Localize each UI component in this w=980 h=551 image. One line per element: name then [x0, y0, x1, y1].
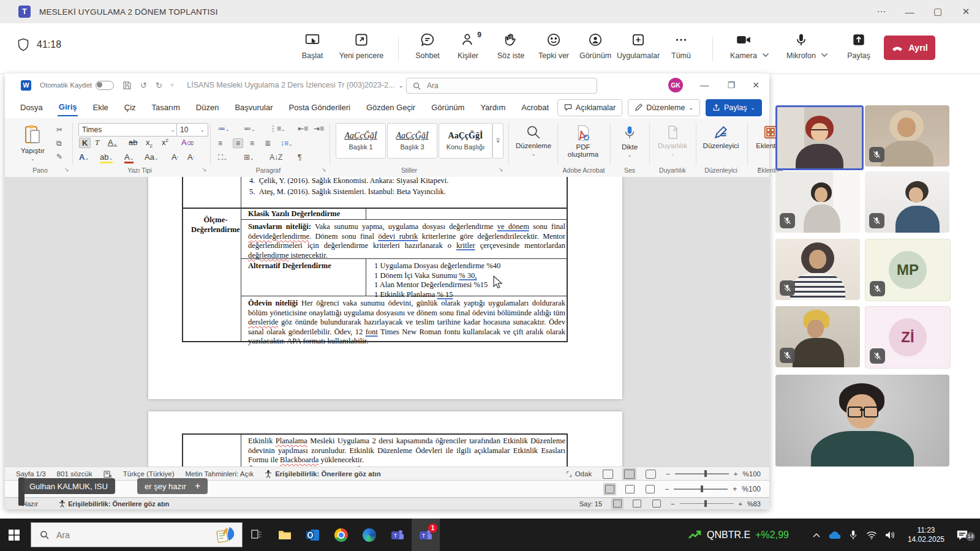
- superscript-button[interactable]: x2: [162, 138, 168, 147]
- numbered-list-button[interactable]: ≕⌄: [244, 124, 255, 133]
- mic-chevron-icon[interactable]: [821, 53, 828, 58]
- comments-button[interactable]: Açıklamalar: [557, 99, 622, 116]
- participant-avatar-zi[interactable]: Zİ: [865, 306, 951, 369]
- local-doc-view-icon[interactable]: [633, 500, 641, 508]
- line-spacing-button[interactable]: ↕≡⌄: [281, 139, 293, 148]
- read-mode-icon[interactable]: [603, 470, 613, 479]
- tab-dosya[interactable]: Dosya: [19, 99, 44, 116]
- paragraph-dialog-launcher[interactable]: ↘: [322, 167, 326, 173]
- proofing-icon[interactable]: [104, 470, 112, 478]
- strikethrough-button[interactable]: ab: [129, 138, 137, 147]
- justify-button[interactable]: ≣: [265, 139, 271, 148]
- accessibility-status[interactable]: Erişilebilirlik: Önerilere göz atın: [275, 470, 381, 478]
- align-right-button[interactable]: ≡: [250, 139, 254, 148]
- editor-button[interactable]: Düzenleyici: [699, 124, 742, 149]
- tab-tasarim[interactable]: Tasarım: [151, 99, 181, 116]
- styles-dialog-launcher[interactable]: ↘: [499, 167, 503, 173]
- local-zoom-in[interactable]: +: [739, 500, 742, 508]
- leave-button[interactable]: Ayrıl: [884, 36, 935, 60]
- page-indicator[interactable]: Sayfa 1/3: [16, 470, 46, 478]
- tab-ekle[interactable]: Ekle: [91, 99, 109, 116]
- editing-mode-button[interactable]: Düzenleme ⌄: [628, 99, 700, 116]
- font-name-select[interactable]: Times⌄: [78, 123, 179, 137]
- taskbar-search[interactable]: [31, 522, 243, 547]
- word-share-button[interactable]: Paylaş ⌄: [706, 99, 762, 116]
- tab-acrobat[interactable]: Acrobat: [520, 99, 550, 116]
- autosave-toggle[interactable]: [96, 81, 114, 90]
- decrease-indent-button[interactable]: ⇤≡: [298, 124, 308, 133]
- tab-posta[interactable]: Posta Gönderileri: [288, 99, 352, 116]
- align-left-button[interactable]: ≡: [218, 139, 222, 148]
- start-button[interactable]: [0, 519, 28, 551]
- participant-video-6[interactable]: [775, 306, 860, 367]
- taskbar-clock[interactable]: 11:23 14.02.2025: [908, 526, 944, 544]
- cut-icon[interactable]: ✂: [56, 126, 62, 134]
- clear-formatting-button[interactable]: A⌫: [181, 138, 194, 147]
- word-close-button[interactable]: ✕: [742, 73, 769, 97]
- save-icon[interactable]: [123, 81, 132, 90]
- web-layout-icon[interactable]: [646, 470, 656, 479]
- tab-basvurular[interactable]: Başvurular: [233, 99, 274, 116]
- maximize-button[interactable]: ▢: [924, 0, 952, 23]
- pdf-create-button[interactable]: PDF oluşturma: [561, 124, 605, 158]
- chrome-icon[interactable]: [327, 519, 355, 551]
- mid-grid-view-icon[interactable]: [605, 485, 614, 493]
- title-chevron-icon[interactable]: ⌄: [398, 82, 403, 89]
- mid-zoom-thumb[interactable]: [701, 485, 703, 492]
- text-predictions[interactable]: Metin Tahminleri: Açık: [185, 470, 254, 478]
- language-indicator[interactable]: Türkçe (Türkiye): [123, 470, 175, 478]
- redo-icon[interactable]: ↻: [156, 81, 162, 90]
- bold-button[interactable]: K: [79, 138, 91, 148]
- local-zoom-slider[interactable]: [680, 503, 734, 504]
- titlebar-more-button[interactable]: ⋯: [867, 0, 895, 23]
- copy-icon[interactable]: ⧉: [56, 139, 62, 148]
- account-avatar[interactable]: GK: [668, 78, 683, 92]
- notification-center-icon[interactable]: 14: [953, 530, 971, 540]
- zoom-level[interactable]: %100: [743, 470, 761, 478]
- taskbar-search-input[interactable]: [55, 530, 180, 541]
- undo-icon[interactable]: ↺: [140, 81, 147, 90]
- network-icon[interactable]: [862, 531, 881, 539]
- bullet-list-button[interactable]: ≔⌄: [218, 124, 230, 133]
- style-heading1[interactable]: AaÇçĞğİ Başlık 1: [336, 123, 386, 159]
- underline-button[interactable]: A⌄: [108, 138, 117, 147]
- shrink-font-button[interactable]: Aˇ: [187, 152, 194, 162]
- increase-indent-button[interactable]: ⇥≡: [314, 124, 324, 133]
- teams-meeting-icon[interactable]: T 1: [412, 519, 440, 551]
- font-color-button[interactable]: A⌄: [124, 152, 134, 162]
- onedrive-icon[interactable]: [826, 531, 844, 539]
- zoom-slider[interactable]: [675, 473, 729, 474]
- search-input[interactable]: [426, 81, 563, 91]
- styles-more-button[interactable]: ⊽: [492, 123, 503, 159]
- style-konu-basligi[interactable]: AaÇçĞğİ Konu Başlığı: [439, 123, 492, 159]
- tray-mic-icon[interactable]: [844, 530, 862, 540]
- file-explorer-icon[interactable]: [271, 519, 299, 551]
- mid-doc-view-icon[interactable]: [625, 485, 635, 493]
- sort-button[interactable]: A↓Z: [270, 153, 282, 162]
- minimize-button[interactable]: —: [895, 0, 924, 23]
- shading-button[interactable]: ⛶⌄: [218, 153, 227, 162]
- format-painter-icon[interactable]: ✎: [56, 152, 62, 161]
- font-dialog-launcher[interactable]: ↘: [202, 167, 207, 173]
- clipboard-dialog-launcher[interactable]: ↘: [64, 167, 69, 173]
- zoom-slider-thumb[interactable]: [704, 470, 707, 477]
- mid-zoom-in[interactable]: +: [733, 485, 737, 493]
- local-zoom-out[interactable]: −: [671, 500, 674, 508]
- focus-mode-button[interactable]: ⌜⌟ Odak: [566, 470, 592, 478]
- local-accessibility-status[interactable]: Erişilebilirlik: Önerilere göz atın: [59, 500, 169, 508]
- participant-video-5[interactable]: [775, 239, 860, 300]
- text-effects-button[interactable]: A⌄: [79, 152, 89, 162]
- participant-video-main[interactable]: [775, 375, 949, 467]
- paste-button[interactable]: Yapıştır ⌄: [21, 124, 45, 162]
- change-case-button[interactable]: Aa⌄: [145, 152, 159, 162]
- stock-ticker[interactable]: QNBTR.E +%2,99: [688, 530, 789, 541]
- find-editing-button[interactable]: Düzenleme ⌄: [514, 124, 552, 157]
- local-grid-view-icon[interactable]: [613, 500, 622, 508]
- more-button[interactable]: Tümü: [655, 32, 707, 60]
- participant-video-2[interactable]: [865, 105, 949, 167]
- zoom-in-button[interactable]: +: [734, 470, 738, 478]
- highlight-button[interactable]: ab⌄: [100, 152, 113, 162]
- grow-font-button[interactable]: Aˆ: [172, 152, 178, 162]
- plus-icon[interactable]: +: [195, 481, 200, 492]
- style-heading3[interactable]: AaÇçĞğİ Başlık 3: [387, 123, 437, 159]
